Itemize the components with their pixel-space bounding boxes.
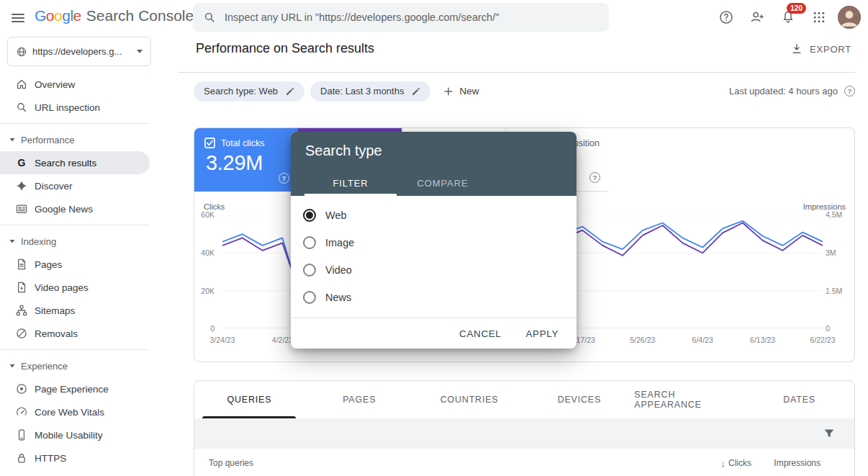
dimension-tabs: QUERIES PAGES COUNTRIES DEVICES SEARCH A…: [194, 381, 854, 418]
sidebar-section-indexing[interactable]: Indexing: [0, 230, 150, 253]
sidebar-section-performance[interactable]: Performance: [0, 128, 150, 151]
sidebar-item-mobile-usability[interactable]: Mobile Usability: [0, 423, 150, 446]
dialog-header: Search type FILTER COMPARE: [291, 132, 577, 196]
axis-tick-label: 40K: [201, 249, 214, 257]
help-icon[interactable]: ?: [279, 173, 289, 184]
search-type-chip[interactable]: Search type: Web: [194, 81, 304, 102]
radio-unselected-icon[interactable]: [303, 291, 316, 304]
divider: [0, 123, 150, 124]
property-globe-icon: [16, 46, 27, 58]
checkbox-checked-icon[interactable]: [204, 138, 215, 148]
google-logo-letter: o: [46, 7, 54, 24]
sidebar-item-label: Google News: [35, 204, 93, 215]
video-page-icon: [15, 281, 28, 294]
apps-grid-icon: [812, 10, 826, 24]
sidebar-item-label: Core Web Vitals: [35, 407, 104, 418]
x-axis-tick-label: 6/13/23: [750, 336, 775, 344]
filter-icon[interactable]: [823, 427, 836, 440]
tab-queries[interactable]: QUERIES: [194, 381, 304, 418]
tab-countries[interactable]: COUNTRIES: [415, 381, 525, 418]
sidebar-item-https[interactable]: HTTPS: [0, 446, 150, 470]
tab-filter[interactable]: FILTER: [304, 170, 397, 196]
target-icon: [15, 382, 28, 395]
sidebar-item-search-results[interactable]: G Search results: [0, 151, 150, 174]
apply-button[interactable]: APPLY: [525, 328, 559, 339]
caret-down-icon: [9, 136, 16, 143]
radio-unselected-icon[interactable]: [303, 264, 316, 277]
dialog-body: Web Image Video News: [291, 196, 577, 318]
radio-unselected-icon[interactable]: [303, 236, 316, 249]
menu-icon[interactable]: [9, 9, 27, 26]
radio-selected-icon[interactable]: [303, 209, 316, 222]
new-label: New: [459, 86, 479, 96]
sidebar-item-pages[interactable]: Pages: [0, 253, 150, 276]
app-logo[interactable]: Google Search Console: [35, 0, 194, 32]
plus-icon: [443, 86, 454, 97]
date-range-chip[interactable]: Date: Last 3 months: [310, 81, 430, 102]
tab-pages[interactable]: PAGES: [304, 381, 415, 418]
notifications-button[interactable]: 120: [776, 5, 800, 30]
export-label: EXPORT: [810, 44, 851, 55]
table-filter-row: [194, 418, 854, 449]
new-filter-button[interactable]: New: [443, 86, 479, 97]
axis-tick-label: 0: [210, 325, 214, 333]
sidebar-item-core-web-vitals[interactable]: Core Web Vitals: [0, 400, 150, 423]
sidebar-item-label: HTTPS: [35, 453, 66, 464]
sidebar-item-removals[interactable]: Removals: [0, 322, 150, 345]
x-axis-tick-label: 6/4/23: [692, 336, 713, 344]
page-title: Performance on Search results: [196, 41, 374, 56]
column-clicks[interactable]: ↓ Clicks: [682, 458, 751, 469]
radio-label: Web: [325, 210, 347, 221]
caret-down-icon: [9, 238, 16, 245]
help-icon[interactable]: ?: [844, 86, 855, 96]
radio-option-web[interactable]: Web: [291, 202, 577, 229]
gauge-icon: [15, 405, 28, 418]
tab-search-appearance[interactable]: SEARCH APPEARANCE: [634, 381, 744, 418]
axis-tick-label: 1.5M: [826, 287, 842, 295]
radio-option-image[interactable]: Image: [291, 229, 577, 256]
column-impressions[interactable]: Impressions: [751, 458, 820, 468]
sidebar-section-experience[interactable]: Experience: [0, 354, 150, 377]
download-icon: [790, 42, 803, 55]
sidebar-item-overview[interactable]: Overview: [0, 73, 150, 96]
chevron-down-icon: [137, 50, 143, 53]
product-name: Search Console: [86, 7, 194, 24]
help-button[interactable]: [714, 5, 738, 30]
left-axis-ticks: 60K40K20K0: [194, 211, 214, 333]
caret-down-icon: [9, 362, 16, 369]
axis-tick-label: 0: [826, 325, 830, 333]
sidebar-item-page-experience[interactable]: Page Experience: [0, 377, 150, 400]
radio-option-news[interactable]: News: [291, 284, 577, 311]
sidebar-item-sitemaps[interactable]: Sitemaps: [0, 299, 150, 322]
export-button[interactable]: EXPORT: [790, 42, 851, 55]
table-header-row: Top queries ↓ Clicks Impressions: [194, 449, 854, 476]
add-user-button[interactable]: [745, 5, 769, 30]
google-search-console-app: Google Search Console 120: [0, 0, 868, 476]
tab-dates[interactable]: DATES: [744, 381, 854, 418]
cancel-button[interactable]: CANCEL: [459, 328, 501, 339]
last-updated-text: Last updated: 4 hours ago: [729, 86, 838, 96]
avatar[interactable]: [838, 6, 861, 29]
apps-button[interactable]: [807, 5, 831, 30]
help-icon[interactable]: ?: [589, 172, 600, 183]
total-clicks-card[interactable]: Total clicks 3.29M ?: [194, 128, 298, 192]
sidebar-item-video-pages[interactable]: Video pages: [0, 276, 150, 299]
x-axis-tick-label: 3/24/23: [209, 336, 235, 344]
axis-tick-label: 4.5M: [826, 211, 842, 219]
right-axis-ticks: 4.5M3M1.5M0: [826, 211, 854, 333]
tab-compare[interactable]: COMPARE: [397, 170, 489, 196]
property-selector[interactable]: https://developers.g...: [7, 37, 151, 66]
radio-option-video[interactable]: Video: [291, 256, 577, 284]
radio-label: News: [325, 292, 351, 303]
smartphone-icon: [15, 428, 28, 441]
search-input[interactable]: [225, 12, 599, 23]
sidebar-item-label: Search results: [35, 158, 96, 169]
sidebar-item-google-news[interactable]: Google News: [0, 197, 150, 220]
sidebar-item-discover[interactable]: Discover: [0, 174, 150, 197]
topbar: Google Search Console 120: [0, 0, 868, 35]
google-logo-letter: g: [62, 7, 70, 24]
url-inspection-searchbar: [193, 3, 609, 32]
sidebar-item-label: Mobile Usability: [35, 430, 103, 441]
sidebar-item-url-inspection[interactable]: URL inspection: [0, 96, 150, 119]
tab-devices[interactable]: DEVICES: [524, 381, 634, 418]
